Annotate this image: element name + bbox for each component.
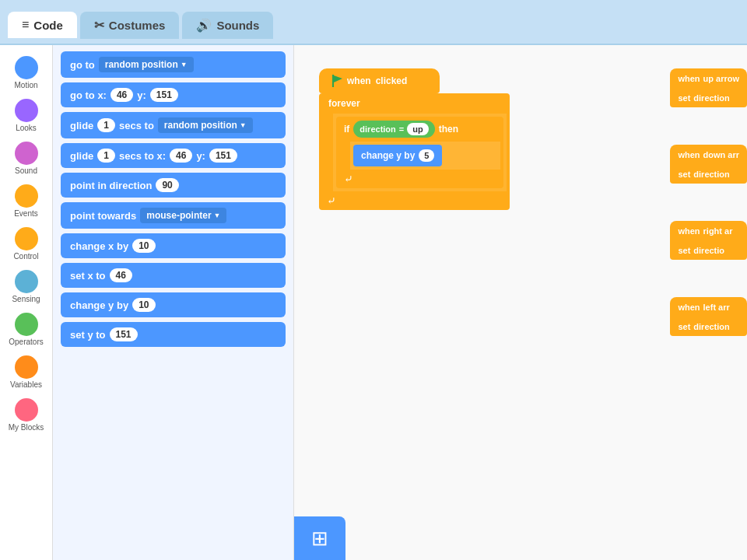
set-x-value: 46 xyxy=(110,268,132,282)
category-looks[interactable]: Looks xyxy=(0,96,52,135)
when-up-hat[interactable]: when up arrow xyxy=(670,68,747,89)
block-set-x[interactable]: set x to 46 xyxy=(61,263,286,288)
category-sound[interactable]: Sound xyxy=(0,138,52,178)
glide-y-value: 151 xyxy=(209,149,237,163)
y-value: 151 xyxy=(150,88,178,102)
glide-x-value: 46 xyxy=(170,149,192,163)
category-motion[interactable]: Motion xyxy=(0,53,52,93)
when-down-hat[interactable]: when down arr xyxy=(670,145,747,165)
category-myblocks[interactable]: My Blocks xyxy=(0,395,52,435)
main-script: when clicked forever if direction xyxy=(319,68,510,210)
block-change-x[interactable]: change x by 10 xyxy=(61,233,286,258)
category-control[interactable]: Control xyxy=(0,224,52,264)
set-direction-right[interactable]: set directio xyxy=(670,241,747,260)
script-up-arrow: when up arrow set direction xyxy=(670,68,747,107)
forever-inner: if direction = up then xyxy=(333,114,507,191)
tab-bar: ≡ Code ✂ Costumes 🔊 Sounds xyxy=(0,0,747,45)
change-x-value: 10 xyxy=(132,239,155,253)
set-direction-up[interactable]: set direction xyxy=(670,89,747,107)
blocks-panel: go to random position go to x: 46 y: 151… xyxy=(53,45,294,560)
motion-dot xyxy=(15,56,38,79)
change-y-value: 10 xyxy=(132,298,155,312)
condition-oval: direction = up xyxy=(353,121,434,138)
y-by-value: 5 xyxy=(419,149,434,162)
block-change-y[interactable]: change y by 10 xyxy=(61,292,286,317)
tab-sounds[interactable]: 🔊 Sounds xyxy=(182,12,273,39)
looks-dot xyxy=(15,99,38,122)
svg-rect-0 xyxy=(332,75,334,87)
sensing-dot xyxy=(15,270,38,293)
glide-random-dropdown[interactable]: random position xyxy=(158,117,253,133)
variables-dot xyxy=(15,355,38,379)
operators-dot xyxy=(15,313,38,336)
workspace: when clicked forever if direction xyxy=(294,45,747,560)
when-clicked-block[interactable]: when clicked xyxy=(319,68,440,93)
flag-icon xyxy=(331,75,342,87)
set-direction-down[interactable]: set direction xyxy=(670,165,747,184)
change-y-block[interactable]: change y by 5 xyxy=(353,145,442,166)
category-operators[interactable]: Operators xyxy=(0,310,52,349)
block-set-y[interactable]: set y to 151 xyxy=(61,322,286,347)
add-extension-icon: ⊞ xyxy=(311,528,328,548)
script-right-arrow: when right ar set directio xyxy=(670,221,747,260)
control-dot xyxy=(15,227,38,250)
random-position-dropdown[interactable]: random position xyxy=(99,57,194,72)
set-y-value: 151 xyxy=(110,327,138,341)
if-block[interactable]: if direction = up then xyxy=(336,117,503,188)
category-sensing[interactable]: Sensing xyxy=(0,267,52,306)
myblocks-dot xyxy=(15,398,38,422)
direction-value: 90 xyxy=(156,178,178,192)
sound-dot xyxy=(15,142,38,165)
if-inner: change y by 5 xyxy=(350,142,500,170)
set-direction-left[interactable]: set direction xyxy=(670,317,747,336)
category-events[interactable]: Events xyxy=(0,181,52,221)
up-value: up xyxy=(407,123,428,135)
when-right-hat[interactable]: when right ar xyxy=(670,221,747,241)
glide-secs-2: 1 xyxy=(97,149,115,163)
tab-costumes[interactable]: ✂ Costumes xyxy=(80,12,180,39)
script-down-arrow: when down arr set direction xyxy=(670,145,747,184)
script-left-arrow: when left arr set direction xyxy=(670,297,747,336)
block-goto-random[interactable]: go to random position xyxy=(61,51,286,78)
block-goto-xy[interactable]: go to x: 46 y: 151 xyxy=(61,82,286,107)
events-dot xyxy=(15,184,38,208)
towards-dropdown[interactable]: mouse-pointer xyxy=(140,208,226,223)
category-variables[interactable]: Variables xyxy=(0,352,52,392)
tab-code[interactable]: ≡ Code xyxy=(8,12,77,38)
x-value: 46 xyxy=(110,88,133,102)
categories-sidebar: Motion Looks Sound Events Control Sensin… xyxy=(0,45,53,560)
svg-marker-1 xyxy=(334,75,342,82)
block-point-towards[interactable]: point towards mouse-pointer xyxy=(61,202,286,229)
forever-block[interactable]: forever if direction = up xyxy=(319,93,510,210)
block-glide-xy[interactable]: glide 1 secs to x: 46 y: 151 xyxy=(61,143,286,168)
add-extension-button[interactable]: ⊞ xyxy=(294,516,345,560)
block-glide-random[interactable]: glide 1 secs to random position xyxy=(61,112,286,138)
when-left-hat[interactable]: when left arr xyxy=(670,297,747,317)
block-point-direction[interactable]: point in direction 90 xyxy=(61,173,286,198)
glide-secs-1: 1 xyxy=(97,118,115,132)
costumes-icon: ✂ xyxy=(94,18,104,33)
main-layout: Motion Looks Sound Events Control Sensin… xyxy=(0,45,747,560)
right-scripts: when up arrow set direction when down ar… xyxy=(670,68,747,336)
code-icon: ≡ xyxy=(22,18,29,32)
sounds-icon: 🔊 xyxy=(196,18,212,33)
